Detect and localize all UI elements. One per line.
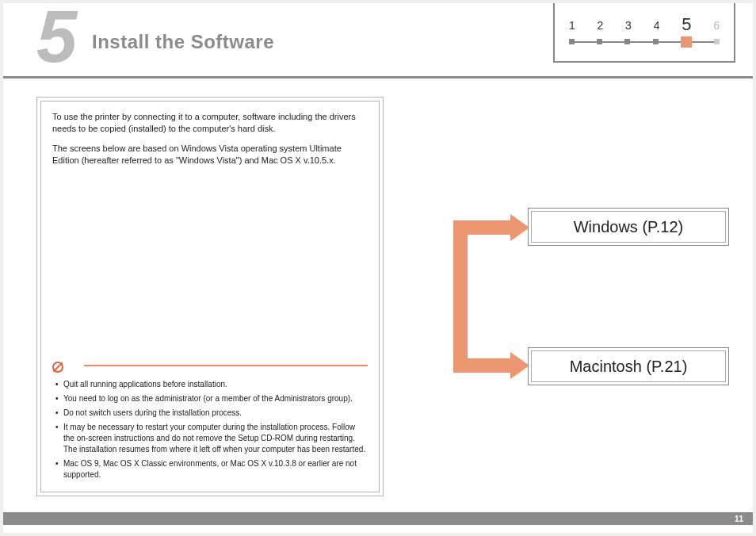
step-track [569, 38, 720, 48]
macintosh-reference-label: Macintosh (P.21) [570, 358, 688, 376]
step-label-current: 5 [682, 19, 691, 32]
step-marker-row [569, 38, 720, 48]
intro-paragraph: The screens below are based on Windows V… [52, 143, 368, 167]
chapter-title: Install the Software [92, 31, 274, 53]
info-panel-inner: To use the printer by connecting it to a… [40, 101, 380, 492]
step-marker [624, 39, 630, 44]
flow-diagram: Windows (P.12) Macintosh (P.21) [415, 200, 732, 406]
page-number: 11 [735, 515, 743, 523]
footer-bar [3, 512, 753, 525]
step-label: 2 [598, 19, 604, 32]
step-marker [569, 39, 575, 44]
svg-rect-3 [453, 358, 510, 373]
page-header: 5 Install the Software 1 2 3 4 5 6 [3, 3, 753, 78]
step-marker-future [714, 39, 720, 44]
windows-reference-label: Windows (P.12) [574, 218, 684, 236]
svg-rect-1 [453, 220, 510, 235]
step-label: 4 [654, 19, 660, 32]
warning-item: Quit all running applications before ins… [52, 379, 368, 390]
svg-rect-0 [453, 220, 468, 373]
step-number-row: 1 2 3 4 5 6 [555, 3, 734, 38]
step-marker-current [681, 36, 692, 48]
warning-item: It may be necessary to restart your comp… [52, 422, 368, 455]
macintosh-reference-box: Macintosh (P.21) [528, 347, 729, 385]
info-panel: To use the printer by connecting it to a… [36, 97, 384, 496]
svg-marker-2 [510, 214, 529, 241]
warning-item: Mac OS 9, Mac OS X Classic environments,… [52, 458, 368, 480]
warning-item: You need to log on as the administrator … [52, 393, 368, 404]
step-label: 1 [569, 19, 575, 32]
warning-section: Quit all running applications before ins… [52, 362, 368, 484]
warning-header [52, 362, 368, 373]
windows-reference-box: Windows (P.12) [528, 208, 729, 246]
step-marker [597, 39, 602, 44]
document-page: 5 Install the Software 1 2 3 4 5 6 [3, 3, 753, 533]
chapter-number: 5 [36, 0, 74, 78]
prohibit-icon [52, 362, 63, 373]
warning-list: Quit all running applications before ins… [52, 379, 368, 480]
step-label-future: 6 [713, 19, 720, 32]
step-navigator: 1 2 3 4 5 6 [553, 3, 735, 63]
step-marker [653, 39, 659, 44]
warning-item: Do not switch users during the installat… [52, 408, 368, 419]
warning-divider [84, 365, 368, 366]
svg-marker-4 [510, 352, 529, 379]
intro-paragraph: To use the printer by connecting it to a… [52, 111, 368, 135]
branch-arrow-icon [415, 200, 534, 406]
step-label: 3 [625, 19, 632, 32]
